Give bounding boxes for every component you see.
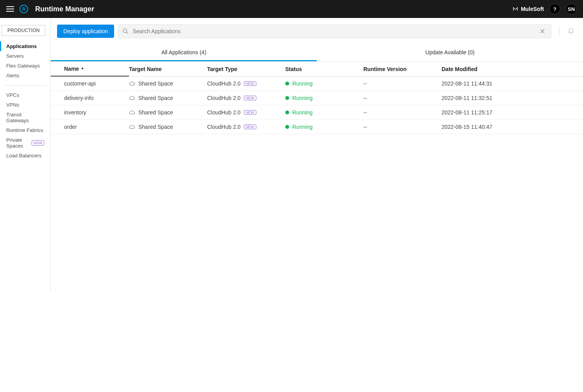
- cloud-icon: [129, 125, 135, 129]
- app-title: Runtime Manager: [35, 5, 94, 13]
- tab-all-applications-4-[interactable]: All Applications (4): [51, 45, 317, 61]
- table-row[interactable]: delivery-infoShared SpaceCloudHub 2.0NEW…: [51, 91, 583, 105]
- topbar: R Runtime Manager MuleSoft ? SN: [0, 0, 583, 18]
- sidebar-item-load-balancers[interactable]: Load Balancers: [0, 151, 50, 160]
- cell-runtime-version: --: [363, 120, 442, 134]
- cloud-icon: [129, 110, 135, 115]
- cloud-icon: [129, 96, 135, 100]
- sidebar-item-private-spaces[interactable]: Private SpacesNEW: [0, 135, 50, 151]
- user-avatar[interactable]: SN: [566, 4, 577, 14]
- cell-status: Running: [285, 77, 363, 91]
- environment-selector[interactable]: PRODUCTION: [2, 25, 45, 36]
- cell-target-type-label: CloudHub 2.0: [207, 124, 241, 130]
- sidebar-item-label: VPCs: [6, 92, 19, 98]
- cell-target-type: CloudHub 2.0NEW: [207, 120, 285, 134]
- sidebar-item-vpns[interactable]: VPNs: [0, 100, 50, 110]
- sidebar-item-runtime-fabrics[interactable]: Runtime Fabrics: [0, 125, 50, 135]
- table-header-row: Name Target Name Target Type Status Runt…: [51, 62, 583, 77]
- table-row[interactable]: inventoryShared SpaceCloudHub 2.0NEWRunn…: [51, 105, 583, 120]
- cell-name: customer-api: [51, 77, 129, 91]
- cell-target-type-label: CloudHub 2.0: [207, 95, 241, 101]
- toolbar: Deploy application: [51, 18, 583, 45]
- sidebar-item-alerts[interactable]: Alerts: [0, 71, 50, 80]
- sidebar-item-servers[interactable]: Servers: [0, 51, 50, 61]
- cell-name: delivery-info: [51, 91, 129, 105]
- status-dot-icon: [285, 96, 289, 100]
- brand-link[interactable]: MuleSoft: [512, 5, 544, 13]
- column-header-name-label: Name: [64, 66, 79, 72]
- cell-target-name: Shared Space: [129, 91, 207, 105]
- cell-name: inventory: [51, 105, 129, 119]
- toolbar-divider: [559, 27, 560, 36]
- runtime-manager-logo-icon: R: [20, 5, 28, 13]
- cell-target-name-label: Shared Space: [138, 80, 173, 87]
- status-text: Running: [292, 95, 313, 101]
- cell-target-name: Shared Space: [129, 77, 207, 91]
- column-header-runtime-version[interactable]: Runtime Version: [363, 62, 442, 76]
- sidebar-item-flex-gateways[interactable]: Flex Gateways: [0, 61, 50, 71]
- cell-status: Running: [285, 91, 363, 105]
- sort-asc-icon: [80, 66, 84, 71]
- menu-icon[interactable]: [6, 6, 14, 12]
- column-header-date-modified[interactable]: Date Modified: [442, 62, 583, 76]
- sidebar-item-applications[interactable]: Applications: [0, 41, 50, 51]
- column-header-target-name[interactable]: Target Name: [129, 62, 207, 76]
- cell-target-type: CloudHub 2.0NEW: [207, 91, 285, 105]
- sidebar-item-transit-gateways[interactable]: Transit Gateways: [0, 110, 50, 125]
- sidebar-item-label: Load Balancers: [6, 153, 41, 159]
- cell-target-type: CloudHub 2.0NEW: [207, 105, 285, 119]
- sidebar: PRODUCTION ApplicationsServersFlex Gatew…: [0, 18, 51, 291]
- sidebar-item-label: VPNs: [6, 102, 19, 108]
- sidebar-divider: [4, 85, 46, 86]
- cell-target-name: Shared Space: [129, 120, 207, 134]
- cell-runtime-version: --: [363, 77, 442, 91]
- tabs: All Applications (4)Update Available (0): [51, 45, 583, 62]
- cell-target-name: Shared Space: [129, 105, 207, 119]
- cell-target-type: CloudHub 2.0NEW: [207, 77, 285, 91]
- sidebar-primary-group: ApplicationsServersFlex GatewaysAlerts: [0, 41, 50, 80]
- help-button[interactable]: ?: [549, 4, 560, 14]
- sidebar-item-label: Private Spaces: [6, 137, 29, 149]
- cell-date-modified: 2022-08-15 11:40:47: [442, 120, 583, 134]
- status-dot-icon: [285, 82, 289, 86]
- new-badge: NEW: [244, 110, 256, 115]
- cloud-icon: [129, 81, 135, 86]
- new-badge: NEW: [244, 96, 256, 100]
- cell-date-modified: 2022-08-11 11:32:51: [442, 91, 583, 105]
- new-badge: NEW: [244, 125, 256, 129]
- search-input[interactable]: [132, 28, 538, 34]
- sidebar-item-label: Runtime Fabrics: [6, 127, 43, 133]
- cell-status: Running: [285, 105, 363, 119]
- table-row[interactable]: customer-apiShared SpaceCloudHub 2.0NEWR…: [51, 77, 583, 91]
- clear-search-icon[interactable]: [538, 28, 547, 34]
- cell-target-name-label: Shared Space: [138, 109, 173, 116]
- column-header-target-type[interactable]: Target Type: [207, 62, 285, 76]
- cell-name: order: [51, 120, 129, 134]
- status-dot-icon: [285, 125, 289, 129]
- status-dot-icon: [285, 110, 289, 114]
- mulesoft-icon: [512, 5, 519, 13]
- status-text: Running: [292, 109, 313, 116]
- cell-target-type-label: CloudHub 2.0: [207, 80, 241, 87]
- sidebar-secondary-group: VPCsVPNsTransit GatewaysRuntime FabricsP…: [0, 90, 50, 160]
- cell-date-modified: 2022-08-11 11:25:17: [442, 105, 583, 119]
- table-row[interactable]: orderShared SpaceCloudHub 2.0NEWRunning-…: [51, 120, 583, 134]
- main-content: Deploy application All Applications (4)U…: [51, 18, 583, 392]
- deploy-application-button[interactable]: Deploy application: [57, 25, 114, 38]
- status-text: Running: [292, 124, 313, 130]
- table-body: customer-apiShared SpaceCloudHub 2.0NEWR…: [51, 77, 583, 134]
- cell-runtime-version: --: [363, 91, 442, 105]
- column-header-name[interactable]: Name: [51, 62, 129, 77]
- notifications-icon[interactable]: [567, 28, 577, 35]
- sidebar-item-vpcs[interactable]: VPCs: [0, 90, 50, 100]
- cell-status: Running: [285, 120, 363, 134]
- new-badge: NEW: [32, 140, 44, 146]
- status-text: Running: [292, 80, 313, 87]
- brand-label: MuleSoft: [521, 6, 544, 12]
- svg-point-0: [123, 29, 127, 32]
- svg-line-1: [126, 32, 128, 34]
- cell-target-name-label: Shared Space: [138, 95, 173, 101]
- cell-target-type-label: CloudHub 2.0: [207, 109, 241, 116]
- column-header-status[interactable]: Status: [285, 62, 363, 76]
- tab-update-available-0-[interactable]: Update Available (0): [317, 45, 583, 61]
